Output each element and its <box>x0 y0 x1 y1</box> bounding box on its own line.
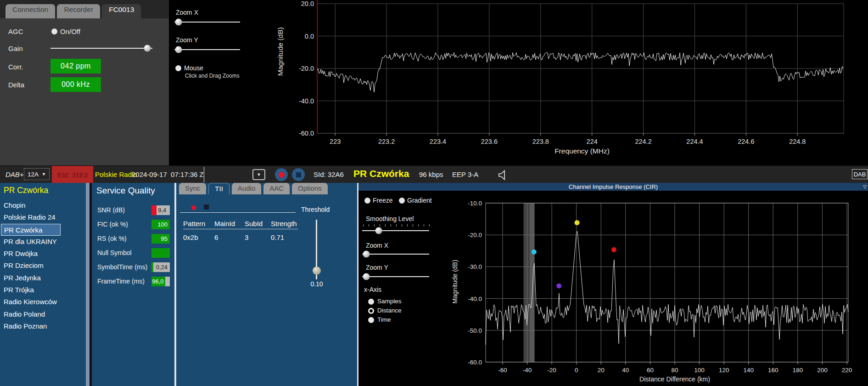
station-item[interactable]: Chopin <box>0 199 86 211</box>
sq-row-bar: 0,24 <box>151 262 170 272</box>
sq-row-label: FIC (ok %) <box>97 221 128 228</box>
tii-tab-aac[interactable]: AAC <box>263 183 290 194</box>
device-tab-recorder[interactable]: Recorder <box>57 4 100 18</box>
peak-marker-echo-purple <box>556 284 561 289</box>
dropdown-button[interactable]: ▼ <box>252 169 265 180</box>
service-id-label: SId: 32A6 <box>314 170 344 178</box>
svg-text:223.4: 223.4 <box>430 138 446 145</box>
station-item[interactable]: Radio Poznan <box>0 320 86 332</box>
tii-tab-options[interactable]: Options <box>292 183 328 194</box>
threshold-slider-handle[interactable] <box>313 267 321 275</box>
service-quality-panel: Service Quality SNR (dB)9,4FIC (ok %)100… <box>92 183 174 386</box>
gain-slider-track[interactable] <box>50 48 152 49</box>
agc-option-label: On/Off <box>60 28 80 35</box>
svg-text:224.4: 224.4 <box>686 138 703 145</box>
svg-text:-60: -60 <box>498 367 507 374</box>
corr-label: Corr. <box>8 63 23 71</box>
sq-row: FrameTime (ms)96,0 <box>92 277 174 286</box>
sq-row-value: 96,0 <box>152 277 163 286</box>
stop-button[interactable] <box>292 168 305 181</box>
sq-row-label: RS (ok %) <box>97 235 127 242</box>
sq-row-value: 100 <box>157 220 168 229</box>
svg-text:-60.0: -60.0 <box>468 359 482 366</box>
svg-text:-40: -40 <box>523 367 532 374</box>
svg-text:-20.0: -20.0 <box>299 65 314 72</box>
app-window: ConnectionRecorderFC0013 AGC On/Off Gain… <box>0 0 868 386</box>
sq-row-value: 95 <box>161 234 168 244</box>
delta-value-box: 000 kHz <box>50 77 101 92</box>
corr-value-box: 042 ppm <box>50 59 101 74</box>
service-name: PR Czwórka <box>353 168 409 179</box>
speaker-icon[interactable] <box>497 170 508 181</box>
svg-text:-40.0: -40.0 <box>299 97 314 105</box>
status-bar: DAB+ 12A ▼ EId: 31E3 Polskie Radio 2024-… <box>0 165 868 183</box>
sq-row: FIC (ok %)100 <box>92 220 174 229</box>
sq-row: SymbolTime (ms)0,24 <box>92 262 174 272</box>
svg-text:20.0: 20.0 <box>301 0 314 7</box>
tii-table-row: 0x2b630.71 <box>183 233 302 241</box>
station-item[interactable]: PR Dwójka <box>0 248 86 260</box>
station-item[interactable]: PR Jedynka <box>0 272 86 284</box>
statusbar-separator <box>204 167 204 182</box>
device-tabstrip: ConnectionRecorderFC0013 <box>0 0 169 18</box>
channel-combobox[interactable]: 12A ▼ <box>24 168 50 180</box>
device-tab-connection[interactable]: Connection <box>6 4 55 18</box>
tii-table-header-underline <box>183 229 298 229</box>
tii-tab-sync[interactable]: Sync <box>179 183 206 194</box>
sq-row-bar: 95 <box>151 234 170 244</box>
svg-text:180: 180 <box>793 367 803 374</box>
tii-cell: 0.71 <box>271 233 299 241</box>
svg-text:-40.0: -40.0 <box>468 295 482 302</box>
svg-text:223.6: 223.6 <box>481 138 498 145</box>
stations-panel: PR Czwórka ChopinPolskie Radio 24PR Czwó… <box>0 183 86 386</box>
svg-text:Magnitude (dB): Magnitude (dB) <box>276 27 284 76</box>
station-item[interactable]: PR Trójka <box>0 284 86 296</box>
tii-status-square-icon <box>204 204 209 210</box>
svg-text:Distance Difference (km): Distance Difference (km) <box>639 375 710 383</box>
spectrum-plot[interactable]: 223223.2223.4223.6223.8224224.2224.4224.… <box>169 0 868 165</box>
station-item[interactable]: PR Dzieciom <box>0 260 86 272</box>
stations-header: PR Czwórka <box>4 186 48 195</box>
sq-row-bar: 100 <box>151 220 170 229</box>
stations-scrollbar[interactable] <box>86 183 90 386</box>
sq-row-bar: 96,0 <box>151 277 170 286</box>
bitrate-label: 96 kbps <box>419 170 443 178</box>
svg-text:220: 220 <box>842 367 852 374</box>
station-item[interactable]: PR dla UKRAINY <box>0 236 86 248</box>
record-button[interactable] <box>275 168 288 181</box>
svg-text:160: 160 <box>768 367 778 374</box>
dab-badge: DAB <box>852 169 868 179</box>
tii-col-header: Pattern <box>183 220 214 227</box>
svg-text:-20.0: -20.0 <box>468 232 482 238</box>
svg-text:40: 40 <box>622 367 629 374</box>
sq-row-fill <box>151 262 153 272</box>
tii-tab-tii[interactable]: TII <box>208 183 230 194</box>
sq-row-label: Null Symbol <box>97 249 132 256</box>
sq-row-value: 9,4 <box>158 205 166 215</box>
cir-plot[interactable]: -60-40-20020406080100120140160180200220-… <box>359 183 868 386</box>
station-list: ChopinPolskie Radio 24PR CzwórkaPR dla U… <box>0 199 86 332</box>
tii-tab-audio[interactable]: Audio <box>232 183 261 194</box>
tii-cell: 0x2b <box>183 233 214 241</box>
station-item[interactable]: Radio Kierowców <box>0 296 86 308</box>
gain-label: Gain <box>8 45 23 52</box>
record-icon <box>279 172 285 178</box>
svg-text:200: 200 <box>817 367 828 374</box>
svg-text:223.8: 223.8 <box>532 138 549 145</box>
station-item[interactable]: Polskie Radio 24 <box>0 211 86 223</box>
station-item[interactable]: PR Czwórka <box>1 224 61 236</box>
tii-cell: 6 <box>214 233 245 241</box>
device-tab-fc0013[interactable]: FC0013 <box>102 4 141 18</box>
tii-col-header: SubId <box>245 220 271 227</box>
svg-text:0: 0 <box>575 367 578 374</box>
svg-text:-60.0: -60.0 <box>299 130 314 137</box>
svg-text:120: 120 <box>719 367 729 374</box>
stop-icon <box>296 172 301 177</box>
station-item[interactable]: Radio Poland <box>0 308 86 320</box>
svg-text:224.6: 224.6 <box>738 138 754 145</box>
agc-label: AGC <box>8 28 23 35</box>
agc-radio[interactable] <box>51 28 57 34</box>
gain-slider-handle[interactable] <box>144 45 151 52</box>
sq-row: Null Symbol <box>92 248 174 258</box>
sq-row-fill <box>151 205 157 215</box>
